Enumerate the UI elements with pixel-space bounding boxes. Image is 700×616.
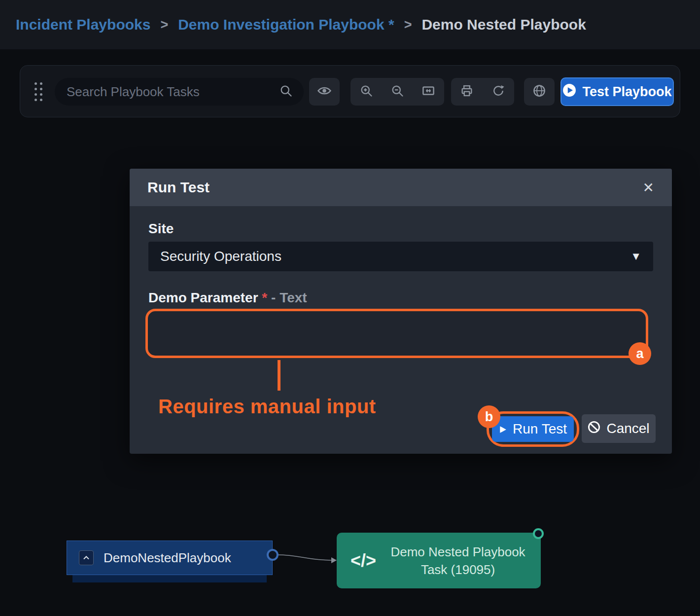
run-test-button-highlight: Run Test [487,411,579,447]
dialog-header: Run Test ✕ [130,169,672,206]
task-connector-edge [273,542,342,571]
parameter-name: Demo Parameter [148,290,258,305]
playbook-node-footer [72,575,267,582]
node-output-port[interactable] [267,549,279,561]
cancel-icon [588,421,600,437]
zoom-in-button[interactable] [351,78,382,106]
run-test-button-label: Run Test [513,421,567,437]
close-icon[interactable]: ✕ [643,180,654,196]
play-circle-icon [562,83,576,101]
annotation-badge-a: a [629,342,651,365]
task-node-label-line1: Demo Nested Playbook [390,544,525,559]
demo-parameter-label: Demo Parameter * - Text [148,290,307,306]
fit-to-screen-button[interactable] [413,78,444,106]
demo-parameter-input[interactable] [158,326,636,341]
output-controls-group [451,78,514,106]
search-input[interactable] [67,84,279,100]
annotation-badge-b: b [478,405,500,428]
breadcrumb-separator: > [160,17,168,33]
task-node-label-line2: Task (19095) [421,562,495,577]
play-icon [499,421,507,437]
task-input-port[interactable] [533,528,544,539]
playbook-toolbar: Test Playbook [20,65,680,117]
chevron-down-icon: ▼ [630,250,641,263]
cancel-button[interactable]: Cancel [582,414,656,443]
site-select[interactable]: Security Operations ▼ [148,242,653,271]
refresh-button[interactable] [483,78,514,106]
search-icon [279,84,293,100]
test-playbook-label: Test Playbook [582,84,671,100]
breadcrumb-separator: > [404,17,412,33]
code-icon: </> [350,550,376,571]
annotation-note: Requires manual input [158,396,376,418]
zoom-out-icon [390,84,404,100]
task-node-demo-nested-playbook-task[interactable]: </> Demo Nested Playbook Task (19095) [337,533,541,588]
playbook-node-demo-nested-playbook[interactable]: DemoNestedPlaybook [67,541,273,575]
drag-handle-icon[interactable] [33,81,44,102]
breadcrumb-incident-playbooks[interactable]: Incident Playbooks [16,16,150,33]
printer-icon [460,84,474,100]
zoom-in-icon [359,84,373,100]
breadcrumb: Incident Playbooks > Demo Investigation … [0,0,700,49]
zoom-out-button[interactable] [382,78,413,106]
playbook-node-label: DemoNestedPlaybook [104,550,231,566]
site-label: Site [148,221,174,237]
run-test-dialog: Run Test ✕ Site Security Operations ▼ De… [130,169,672,454]
run-test-button[interactable]: Run Test [492,416,574,442]
fit-to-screen-icon [421,83,436,100]
eye-icon [317,83,332,100]
annotation-connector-line [278,360,280,391]
collapse-chevron-icon [79,550,94,565]
preview-eye-button[interactable] [309,78,340,106]
required-asterisk: * [262,290,267,305]
parameter-type: - Text [271,290,307,305]
globe-button[interactable] [524,78,555,106]
site-select-value: Security Operations [160,249,281,264]
search-playbook-tasks-field[interactable] [55,78,304,106]
task-node-label: Demo Nested Playbook Task (19095) [385,543,531,579]
breadcrumb-demo-investigation-playbook[interactable]: Demo Investigation Playbook * [178,16,394,33]
breadcrumb-current-page: Demo Nested Playbook [421,16,586,33]
refresh-icon [491,84,505,100]
demo-parameter-input-highlight [145,309,648,358]
print-button[interactable] [451,78,483,106]
test-playbook-button[interactable]: Test Playbook [560,77,674,106]
zoom-controls-group [350,78,444,106]
dialog-title: Run Test [147,179,210,196]
globe-icon [532,83,547,100]
cancel-button-label: Cancel [606,421,649,436]
